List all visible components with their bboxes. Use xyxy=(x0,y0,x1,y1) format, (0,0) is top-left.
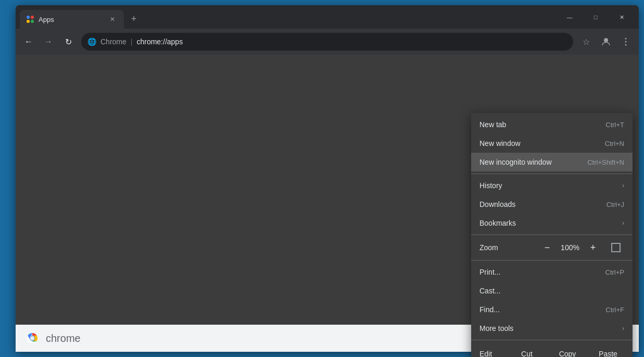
maximize-button[interactable]: □ xyxy=(584,9,608,25)
zoom-plus-button[interactable]: + xyxy=(585,239,601,256)
dot-yellow xyxy=(27,20,30,23)
menu-item-new-window[interactable]: New window Ctrl+N xyxy=(471,134,633,153)
menu-item-more-tools-label: More tools xyxy=(479,324,513,333)
menu-item-print-label: Print... xyxy=(479,268,500,276)
menu-item-find-shortcut: Ctrl+F xyxy=(605,306,624,314)
menu-item-downloads-shortcut: Ctrl+J xyxy=(607,201,624,208)
dot-green xyxy=(31,20,34,23)
menu-item-more-tools[interactable]: More tools › xyxy=(471,319,633,338)
bookmark-button[interactable]: ☆ xyxy=(577,33,595,51)
title-bar: Apps ✕ + — □ ✕ xyxy=(16,5,639,29)
menu-item-incognito[interactable]: New incognito window Ctrl+Shift+N xyxy=(471,153,633,171)
paste-button[interactable]: Paste xyxy=(588,344,628,357)
menu-item-bookmarks[interactable]: Bookmarks › xyxy=(471,214,633,232)
menu-item-downloads-label: Downloads xyxy=(479,200,515,208)
dot-red xyxy=(31,16,34,19)
refresh-button[interactable]: ↻ xyxy=(59,33,77,51)
menu-item-incognito-shortcut: Ctrl+Shift+N xyxy=(587,158,624,166)
zoom-minus-button[interactable]: − xyxy=(539,239,555,256)
zoom-value: 100% xyxy=(560,243,580,252)
svg-point-3 xyxy=(625,44,627,46)
forward-button[interactable]: → xyxy=(40,33,57,51)
tab-title: Apps xyxy=(39,16,103,23)
edit-label: Edit xyxy=(475,350,507,357)
tab-strip: Apps ✕ + xyxy=(20,10,635,29)
menu-item-print[interactable]: Print... Ctrl+P xyxy=(471,263,633,281)
minimize-button[interactable]: — xyxy=(558,9,582,25)
menu-item-incognito-label: New incognito window xyxy=(479,158,552,166)
more-tools-arrow-icon: › xyxy=(622,325,624,332)
history-arrow-icon: › xyxy=(622,182,624,189)
fullscreen-icon xyxy=(611,243,621,252)
menu-item-bookmarks-label: Bookmarks xyxy=(479,219,516,227)
zoom-row: Zoom − 100% + xyxy=(471,237,633,258)
copy-button[interactable]: Copy xyxy=(547,344,588,357)
profile-button[interactable] xyxy=(597,33,615,51)
menu-item-find[interactable]: Find... Ctrl+F xyxy=(471,300,633,319)
security-icon: 🌐 xyxy=(87,38,96,46)
menu-item-cast-label: Cast... xyxy=(479,287,500,295)
zoom-label: Zoom xyxy=(479,243,498,252)
menu-item-print-shortcut: Ctrl+P xyxy=(605,268,624,276)
window-controls: — □ ✕ xyxy=(558,9,634,25)
menu-item-downloads[interactable]: Downloads Ctrl+J xyxy=(471,195,633,214)
menu-button[interactable] xyxy=(617,33,635,51)
menu-divider-4 xyxy=(471,340,633,340)
chrome-label: Chrome xyxy=(100,38,127,46)
menu-item-cast[interactable]: Cast... xyxy=(471,281,633,300)
toolbar-right: ☆ xyxy=(577,33,635,51)
back-button[interactable]: ← xyxy=(20,33,37,51)
cut-button[interactable]: Cut xyxy=(507,344,547,357)
address-bar[interactable]: 🌐 Chrome | chrome://apps xyxy=(81,33,573,51)
browser-window: Apps ✕ + — □ ✕ ← → ↻ 🌐 Chrome | chrome:/… xyxy=(16,5,639,352)
zoom-fullscreen-button[interactable] xyxy=(608,239,624,256)
svg-point-2 xyxy=(625,41,627,43)
google-dots-icon xyxy=(27,16,34,23)
svg-point-1 xyxy=(625,38,627,40)
menu-item-new-tab-shortcut: Ctrl+T xyxy=(605,121,624,129)
chrome-logo-icon xyxy=(24,330,41,347)
svg-point-0 xyxy=(604,38,608,42)
menu-item-new-window-shortcut: Ctrl+N xyxy=(605,140,624,147)
menu-item-new-window-label: New window xyxy=(479,139,521,147)
close-button[interactable]: ✕ xyxy=(610,9,634,25)
chrome-brand-text: chrome xyxy=(46,333,81,344)
active-tab[interactable]: Apps ✕ xyxy=(20,10,124,29)
tab-favicon xyxy=(26,15,34,23)
edit-row: Edit Cut Copy Paste xyxy=(471,342,633,357)
url-separator: | xyxy=(131,38,133,46)
tab-close-button[interactable]: ✕ xyxy=(107,14,118,24)
url-text: chrome://apps xyxy=(136,38,183,46)
page-content: New tab Ctrl+T New window Ctrl+N New inc… xyxy=(16,55,639,325)
menu-item-history-label: History xyxy=(479,181,502,190)
menu-item-new-tab-label: New tab xyxy=(479,120,506,129)
menu-divider-1 xyxy=(471,174,633,174)
new-tab-button[interactable]: + xyxy=(126,11,142,27)
menu-item-new-tab[interactable]: New tab Ctrl+T xyxy=(471,115,633,134)
svg-point-6 xyxy=(30,336,34,340)
context-menu: New tab Ctrl+T New window Ctrl+N New inc… xyxy=(471,113,633,357)
dot-blue xyxy=(27,16,30,19)
toolbar: ← → ↻ 🌐 Chrome | chrome://apps ☆ xyxy=(16,29,639,55)
bookmarks-arrow-icon: › xyxy=(622,219,624,227)
menu-item-history[interactable]: History › xyxy=(471,176,633,195)
menu-divider-2 xyxy=(471,235,633,235)
menu-divider-3 xyxy=(471,260,633,261)
menu-item-find-label: Find... xyxy=(479,305,500,314)
